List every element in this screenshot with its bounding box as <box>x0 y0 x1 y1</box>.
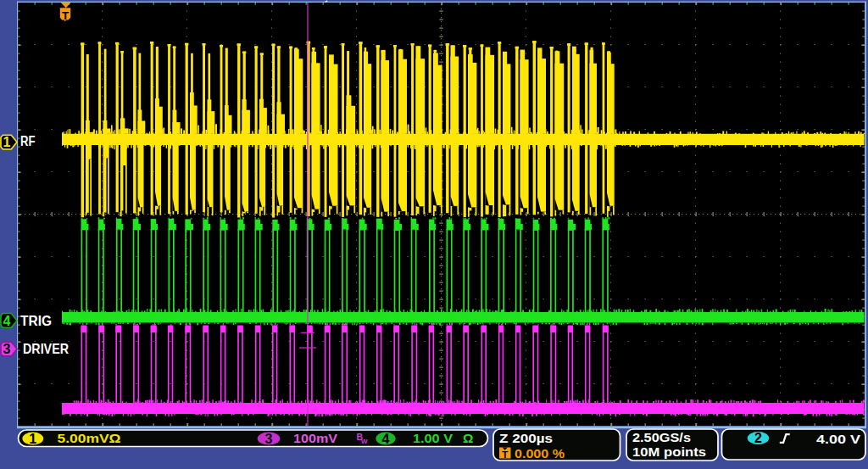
svg-text:1: 1 <box>29 432 36 446</box>
svg-text:T: T <box>62 9 70 22</box>
svg-text:3: 3 <box>3 342 11 356</box>
svg-text:1.00 V: 1.00 V <box>413 431 453 445</box>
svg-text:10M points: 10M points <box>632 444 706 459</box>
svg-text:2.50GS/s: 2.50GS/s <box>632 430 691 444</box>
svg-text:TRIG: TRIG <box>20 313 52 329</box>
svg-text:100mV: 100mV <box>293 431 338 445</box>
svg-text:4: 4 <box>382 432 390 446</box>
svg-text:1: 1 <box>3 135 11 149</box>
svg-text:T: T <box>502 449 508 460</box>
svg-text:RF: RF <box>20 133 36 149</box>
svg-text:2: 2 <box>754 431 762 445</box>
svg-text:4: 4 <box>3 314 11 328</box>
svg-text:Z 200µs: Z 200µs <box>499 431 553 445</box>
svg-text:DRIVER: DRIVER <box>23 341 69 357</box>
svg-text:Ω: Ω <box>463 431 473 445</box>
svg-text:5.00mVΩ: 5.00mVΩ <box>58 431 121 445</box>
svg-text:W: W <box>361 438 368 445</box>
svg-text:0.000 %: 0.000 % <box>515 446 565 461</box>
svg-text:3: 3 <box>265 432 273 446</box>
svg-text:4.00 V: 4.00 V <box>816 432 861 446</box>
